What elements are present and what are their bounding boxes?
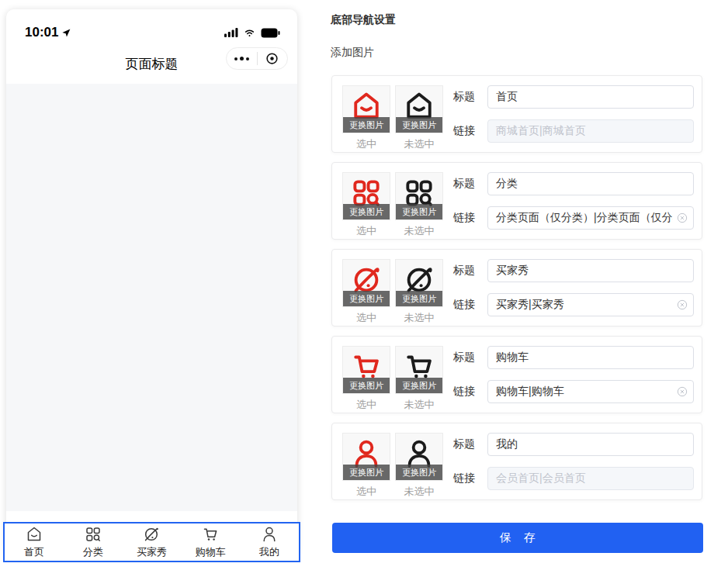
wechat-capsule[interactable] bbox=[226, 47, 288, 70]
nav-item-list: 更换图片 选中 更换图片 未选中 标题 链接 bbox=[331, 75, 702, 510]
selected-image-box[interactable]: 更换图片 bbox=[342, 172, 390, 220]
change-image-button[interactable]: 更换图片 bbox=[396, 465, 442, 480]
save-button[interactable]: 保 存 bbox=[332, 523, 703, 553]
link-field-label: 链接 bbox=[453, 124, 487, 138]
tab-item-买家秀[interactable]: 买家秀 bbox=[123, 523, 182, 561]
link-field-label: 链接 bbox=[453, 211, 487, 225]
tab-item-购物车[interactable]: 购物车 bbox=[181, 523, 240, 561]
change-image-button[interactable]: 更换图片 bbox=[343, 378, 390, 393]
page-body bbox=[6, 84, 297, 511]
battery-icon bbox=[261, 28, 280, 38]
unselected-image-box[interactable]: 更换图片 bbox=[395, 259, 443, 307]
link-input[interactable] bbox=[487, 206, 694, 230]
user-icon bbox=[260, 525, 279, 544]
tab-label: 购物车 bbox=[196, 545, 226, 559]
link-input[interactable] bbox=[487, 467, 694, 490]
title-input[interactable] bbox=[487, 433, 694, 456]
tab-label: 首页 bbox=[24, 545, 44, 559]
selected-state-label: 选中 bbox=[342, 224, 390, 238]
title-field-label: 标题 bbox=[453, 177, 487, 191]
clear-icon[interactable] bbox=[676, 385, 688, 398]
title-field-label: 标题 bbox=[453, 437, 487, 451]
exit-target-icon bbox=[265, 51, 279, 66]
phone-preview: 10:01 页面标题 首页 分类 买家秀 bbox=[6, 9, 297, 555]
status-time: 10:01 bbox=[25, 25, 58, 40]
change-image-button[interactable]: 更换图片 bbox=[343, 465, 390, 480]
nav-item-card: 更换图片 选中 更换图片 未选中 标题 链接 bbox=[331, 336, 702, 413]
signal-icon bbox=[224, 28, 238, 37]
mini-program-navbar: 页面标题 bbox=[6, 43, 297, 84]
page-title: 页面标题 bbox=[126, 55, 179, 73]
more-dots-icon bbox=[234, 57, 249, 60]
title-field-label: 标题 bbox=[453, 90, 487, 104]
change-image-button[interactable]: 更换图片 bbox=[396, 117, 442, 133]
title-input[interactable] bbox=[487, 259, 694, 282]
unselected-state-label: 未选中 bbox=[395, 137, 443, 151]
exit-button[interactable] bbox=[258, 48, 288, 69]
selected-state-label: 选中 bbox=[342, 137, 390, 151]
unselected-state-label: 未选中 bbox=[395, 398, 443, 412]
tab-label: 我的 bbox=[259, 545, 279, 559]
unselected-state-label: 未选中 bbox=[395, 311, 443, 325]
selected-image-box[interactable]: 更换图片 bbox=[342, 346, 390, 394]
tab-item-首页[interactable]: 首页 bbox=[5, 523, 64, 561]
change-image-button[interactable]: 更换图片 bbox=[396, 204, 442, 219]
category-icon bbox=[84, 525, 102, 544]
tab-item-我的[interactable]: 我的 bbox=[240, 523, 299, 561]
link-input[interactable] bbox=[487, 380, 694, 403]
title-input[interactable] bbox=[487, 346, 694, 369]
selected-state-label: 选中 bbox=[342, 485, 390, 499]
tab-label: 分类 bbox=[83, 545, 103, 559]
unselected-image-box[interactable]: 更换图片 bbox=[395, 346, 443, 394]
add-image-label[interactable]: 添加图片 bbox=[331, 46, 374, 60]
more-button[interactable] bbox=[227, 48, 257, 69]
buyer-show-icon bbox=[142, 525, 161, 544]
nav-item-card: 更换图片 选中 更换图片 未选中 标题 链接 bbox=[331, 162, 702, 240]
link-field-label: 链接 bbox=[453, 472, 487, 485]
link-input[interactable] bbox=[487, 293, 694, 316]
bottom-tab-bar[interactable]: 首页 分类 买家秀 购物车 我的 bbox=[3, 522, 300, 562]
title-field-label: 标题 bbox=[453, 264, 487, 278]
cart-icon bbox=[201, 525, 220, 544]
change-image-button[interactable]: 更换图片 bbox=[343, 117, 390, 133]
title-input[interactable] bbox=[487, 85, 694, 109]
selected-image-box[interactable]: 更换图片 bbox=[342, 259, 390, 307]
link-field-label: 链接 bbox=[453, 298, 487, 312]
clear-icon[interactable] bbox=[676, 299, 688, 311]
clear-icon[interactable] bbox=[676, 212, 688, 224]
unselected-state-label: 未选中 bbox=[395, 224, 443, 238]
unselected-image-box[interactable]: 更换图片 bbox=[395, 85, 443, 133]
tab-label: 买家秀 bbox=[137, 545, 167, 559]
tab-item-分类[interactable]: 分类 bbox=[64, 523, 123, 561]
change-image-button[interactable]: 更换图片 bbox=[396, 291, 442, 306]
unselected-image-box[interactable]: 更换图片 bbox=[395, 433, 443, 481]
settings-title: 底部导航设置 bbox=[331, 13, 396, 27]
selected-image-box[interactable]: 更换图片 bbox=[342, 85, 390, 133]
title-input[interactable] bbox=[487, 172, 694, 195]
unselected-image-box[interactable]: 更换图片 bbox=[395, 172, 443, 220]
nav-item-card: 更换图片 选中 更换图片 未选中 标题 链接 bbox=[331, 249, 702, 327]
location-arrow-icon bbox=[61, 28, 71, 38]
link-input[interactable] bbox=[487, 119, 694, 143]
nav-item-card: 更换图片 选中 更换图片 未选中 标题 链接 bbox=[331, 423, 702, 500]
selected-image-box[interactable]: 更换图片 bbox=[342, 433, 390, 481]
change-image-button[interactable]: 更换图片 bbox=[343, 204, 390, 219]
link-field-label: 链接 bbox=[453, 385, 487, 399]
change-image-button[interactable]: 更换图片 bbox=[396, 378, 442, 393]
wifi-icon bbox=[243, 28, 256, 38]
title-field-label: 标题 bbox=[453, 351, 487, 365]
nav-item-card: 更换图片 选中 更换图片 未选中 标题 链接 bbox=[331, 75, 702, 153]
unselected-state-label: 未选中 bbox=[395, 485, 443, 499]
home-icon bbox=[25, 525, 43, 544]
change-image-button[interactable]: 更换图片 bbox=[343, 291, 390, 306]
status-bar: 10:01 bbox=[6, 9, 297, 43]
selected-state-label: 选中 bbox=[342, 311, 390, 325]
selected-state-label: 选中 bbox=[342, 398, 390, 412]
